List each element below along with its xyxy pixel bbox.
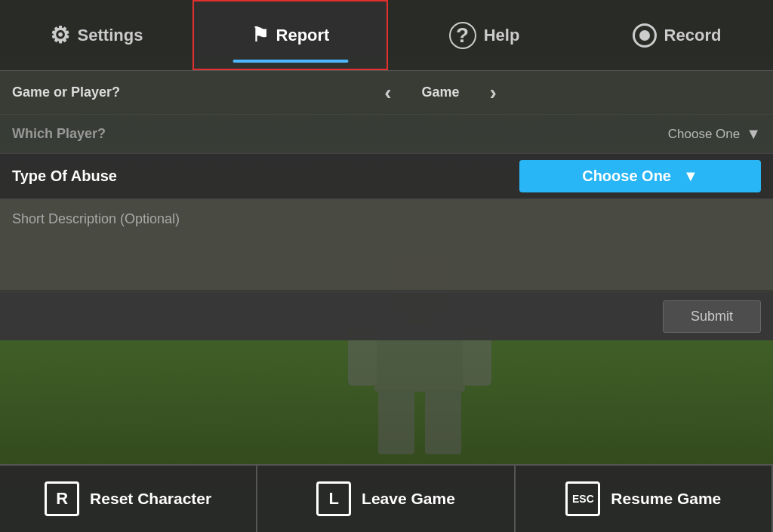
reset-key-badge: R [45,481,79,516]
report-panel: Game or Player? ‹ Game › Which Player? C… [0,71,773,340]
abuse-label: Type Of Abuse [12,168,117,185]
settings-label: Settings [78,26,143,45]
game-or-player-label: Game or Player? [12,85,120,100]
record-menu-item[interactable]: Record [581,0,773,70]
abuse-dropdown[interactable]: Choose One ▼ [519,160,761,192]
description-area [0,199,773,293]
leave-game-button[interactable]: L Leave Game [257,464,515,532]
abuse-dropdown-label: Choose One [582,168,671,185]
help-icon: ? [449,22,476,49]
menu-bar: ⚙ Settings ⚑ Report ? Help Record [0,0,773,71]
leave-key-badge: L [316,481,351,516]
which-player-dropdown[interactable]: Choose One ▼ [668,125,761,143]
report-menu-item[interactable]: ⚑ Report [192,0,388,70]
svg-rect-5 [378,390,414,454]
resume-key-badge: ESC [565,481,600,516]
resume-game-button[interactable]: ESC Resume Game [516,464,773,532]
help-label: Help [484,26,520,45]
flag-icon: ⚑ [251,23,269,47]
bottom-action-bar: R Reset Character L Leave Game ESC Resum… [0,464,773,532]
svg-rect-6 [425,390,461,454]
description-textarea[interactable] [0,199,773,290]
abuse-dropdown-arrow-icon: ▼ [683,168,698,185]
submit-button[interactable]: Submit [663,300,761,333]
which-player-arrow-icon: ▼ [746,125,761,143]
report-label: Report [276,26,330,45]
next-arrow-button[interactable]: › [490,81,497,105]
prev-arrow-button[interactable]: ‹ [384,81,391,105]
leave-game-label: Leave Game [362,490,455,508]
help-menu-item[interactable]: ? Help [388,0,581,70]
submit-row: Submit [0,293,773,340]
record-label: Record [664,26,722,45]
type-of-abuse-row: Type Of Abuse Choose One ▼ [0,154,773,199]
settings-menu-item[interactable]: ⚙ Settings [0,0,192,70]
which-player-label: Which Player? [12,126,106,142]
gear-icon: ⚙ [50,22,70,48]
game-or-player-value: Game [422,85,460,100]
reset-character-label: Reset Character [90,490,211,508]
active-underline [233,60,348,63]
which-player-value: Choose One [668,127,740,142]
game-or-player-row: Game or Player? ‹ Game › [0,71,773,115]
which-player-row: Which Player? Choose One ▼ [0,115,773,154]
reset-character-button[interactable]: R Reset Character [0,464,257,532]
record-icon [633,23,657,48]
resume-game-label: Resume Game [611,490,721,508]
